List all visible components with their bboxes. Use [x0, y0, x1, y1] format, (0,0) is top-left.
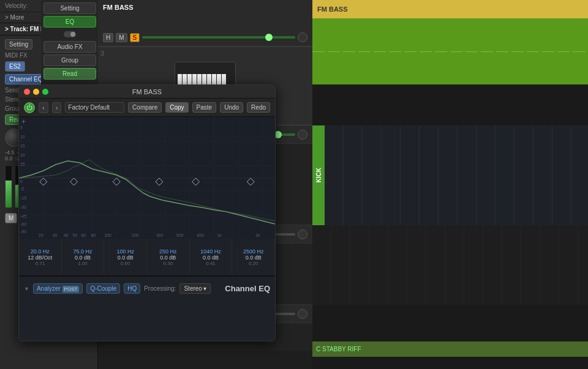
band-1-q: 0.71: [36, 261, 45, 266]
setting-btn-2[interactable]: Setting: [43, 2, 96, 14]
band-4-handle[interactable]: [156, 178, 163, 185]
toggle-icon: [43, 29, 96, 39]
next-preset-button[interactable]: ›: [52, 102, 62, 113]
db2-left: 0.0: [5, 155, 13, 162]
send-knob-fm[interactable]: [298, 32, 307, 42]
fm-bass-right-region: FM BASS: [312, 0, 588, 18]
hq-button[interactable]: HQ: [124, 283, 140, 294]
analyzer-button[interactable]: Analyzer POST: [33, 283, 83, 294]
chevron-down-icon: ▾: [203, 285, 206, 292]
db-label-5: 5: [20, 125, 23, 130]
eq-titlebar: FM BASS: [19, 85, 275, 99]
kick-lane-area: [325, 125, 588, 225]
dashes-line: [312, 51, 588, 52]
audio-fx-btn[interactable]: Audio FX: [43, 41, 96, 53]
band-2-handle[interactable]: [70, 178, 78, 185]
band-6-q: 0.20: [249, 261, 258, 266]
group-btn[interactable]: Group: [43, 54, 96, 66]
snare-grid: [312, 225, 588, 305]
band-2-gain: 0.0 dB: [75, 255, 91, 261]
channel-eq-title: Channel EQ: [225, 284, 270, 293]
meter-fill-1: [6, 181, 12, 207]
db-label-n30: -30: [20, 205, 26, 209]
fm-bass-controls: H M S: [103, 32, 307, 42]
eq-curve: [19, 161, 275, 224]
db-label-n45: -45: [20, 214, 26, 218]
band-3-freq: 100 Hz: [116, 248, 134, 255]
eq-window-title: FM BASS: [132, 88, 162, 95]
setting-button[interactable]: Setting: [5, 39, 32, 50]
fm-bass-region-label: FM BASS: [317, 6, 348, 13]
post-badge: POST: [62, 286, 80, 293]
send-knob-kick[interactable]: [298, 130, 307, 140]
processing-mode-select[interactable]: Stereo ▾: [179, 283, 210, 294]
processing-mode-value: Stereo: [184, 285, 202, 292]
eq-band-4: 250 Hz 0.0 dB 0.30: [147, 239, 190, 275]
band-3-q: 0.60: [121, 261, 130, 266]
db-label-20: 20: [20, 153, 25, 157]
db-label-25: 25: [20, 162, 25, 166]
fm-bass-header: FM BASS H M S: [98, 0, 312, 47]
s-btn-fm[interactable]: S: [130, 33, 140, 42]
m-btn-fm[interactable]: M: [116, 33, 127, 42]
freq-label-2k: 2k: [255, 233, 260, 237]
eq-btn[interactable]: EQ: [43, 16, 96, 28]
green-region: [312, 18, 588, 84]
eq-band-5: 1040 Hz 0.0 dB 0.41: [190, 239, 233, 275]
compare-button[interactable]: Compare: [128, 102, 162, 113]
mute-button[interactable]: M: [5, 213, 17, 223]
analyzer-label: Analyzer: [37, 285, 61, 292]
minimize-button[interactable]: [33, 89, 39, 95]
band-5-gain: 0.0 dB: [203, 255, 219, 261]
snare-right-area: [312, 225, 588, 305]
close-button[interactable]: [24, 89, 30, 95]
fm-bass-track-name: FM BASS: [103, 4, 307, 11]
es2-button[interactable]: ES2: [5, 61, 25, 72]
prev-preset-button[interactable]: ‹: [39, 102, 48, 113]
copy-button[interactable]: Copy: [165, 102, 188, 113]
eq-bands-strip: 20.0 Hz 12 dB/Oct 0.71 75.0 Hz 0.0 dB 1.…: [19, 239, 275, 276]
band-6-handle[interactable]: [247, 178, 254, 185]
volume-slider-fm[interactable]: [142, 36, 295, 39]
maximize-button[interactable]: [42, 89, 48, 95]
paste-button[interactable]: Paste: [192, 102, 217, 113]
freq-label-100: 100: [104, 233, 111, 237]
collapse-button[interactable]: ▼: [24, 286, 29, 292]
stabby-riff-region: C STABBY RIFF: [312, 341, 588, 357]
band-5-q: 0.41: [206, 261, 216, 266]
traffic-lights: [24, 89, 48, 95]
db-label-n80: -80: [20, 229, 26, 234]
power-button[interactable]: ⏻: [24, 102, 35, 113]
freq-label-50: 50: [73, 233, 78, 237]
band-5-freq: 1040 Hz: [200, 248, 221, 255]
kick-indicator-label: KICK: [315, 168, 322, 182]
eq-band-1: 20.0 Hz 12 dB/Oct 0.71: [19, 239, 62, 275]
undo-button[interactable]: Undo: [220, 102, 243, 113]
eq-window: FM BASS ⏻ ‹ › Factory Default Compare Co…: [18, 84, 276, 341]
h-btn-fm[interactable]: H: [103, 33, 113, 42]
db-label-0: 0: [20, 179, 23, 184]
eq-band-3: 100 Hz 0.0 dB 0.60: [104, 239, 147, 275]
freq-label-800: 800: [197, 233, 205, 237]
stabby-riff-label: C STABBY RIFF: [316, 346, 361, 352]
read-btn-2[interactable]: Read: [43, 68, 96, 80]
freq-label-200: 200: [132, 233, 139, 237]
eq-graph: + 20 30 40 50 60 80 100 200 300 500 800 …: [19, 117, 275, 239]
redo-button[interactable]: Redo: [247, 102, 270, 113]
band-4-gain: 0.0 dB: [160, 255, 176, 261]
add-band-icon: +: [21, 117, 26, 126]
db-left: -4.5: [5, 149, 15, 155]
toggle-switch[interactable]: [64, 31, 76, 37]
toggle-thumb: [70, 32, 75, 37]
band-5-handle[interactable]: [192, 178, 200, 185]
band-2-q: 1.00: [78, 261, 88, 266]
send-knob-stabby[interactable]: [298, 309, 307, 319]
db-label-n15: -15: [20, 196, 26, 200]
row-number-3: 3: [100, 50, 104, 57]
freq-label-40: 40: [64, 233, 69, 237]
send-knob-snare[interactable]: [298, 229, 307, 239]
freq-label-1k: 1k: [217, 233, 222, 237]
q-couple-button[interactable]: Q-Couple: [86, 283, 120, 294]
preset-selector[interactable]: Factory Default: [65, 102, 124, 113]
band-6-freq: 2500 Hz: [243, 248, 264, 255]
